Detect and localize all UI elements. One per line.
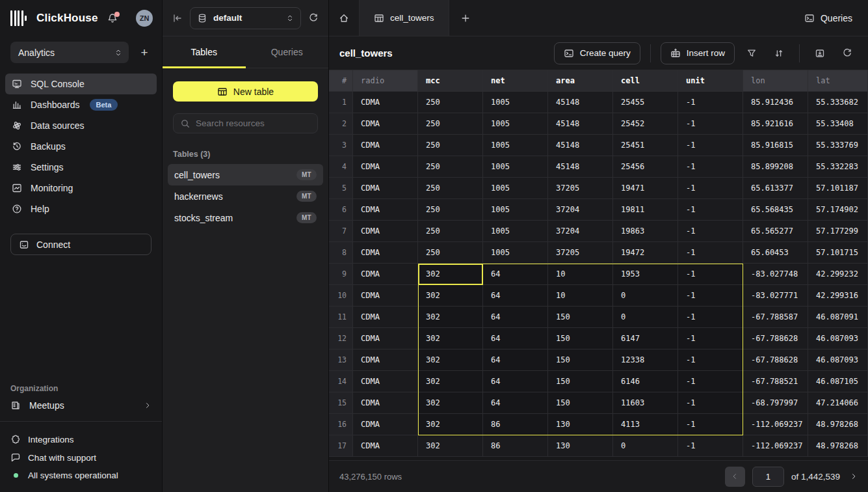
table-cell[interactable]: 64 — [483, 328, 548, 349]
table-cell[interactable]: 12338 — [613, 349, 678, 371]
insert-row-button[interactable]: Insert row — [661, 42, 735, 64]
sidebar-item-chat-with-support[interactable]: Chat with support — [0, 448, 162, 467]
table-cell[interactable]: 64 — [483, 307, 548, 328]
table-cell[interactable]: 0 — [613, 307, 678, 328]
table-cell[interactable]: 302 — [418, 285, 483, 307]
table-cell[interactable]: -1 — [678, 135, 743, 156]
column-header-radio[interactable]: radio — [353, 70, 418, 92]
table-cell[interactable]: 19811 — [613, 199, 678, 221]
table-cell[interactable]: 250 — [418, 242, 483, 264]
table-cell[interactable]: -1 — [678, 199, 743, 221]
table-cell[interactable]: 302 — [418, 414, 483, 435]
row-number[interactable]: 12 — [329, 328, 353, 349]
download-icon[interactable] — [809, 43, 830, 64]
table-cell[interactable]: 45148 — [548, 113, 613, 135]
table-cell[interactable]: CDMA — [353, 414, 418, 435]
table-cell[interactable]: 64 — [483, 371, 548, 392]
table-cell[interactable]: 65.613377 — [743, 178, 808, 199]
column-header-area[interactable]: area — [548, 70, 613, 92]
table-cell[interactable]: CDMA — [353, 199, 418, 221]
table-cell[interactable]: 250 — [418, 156, 483, 178]
row-number[interactable]: 13 — [329, 349, 353, 371]
column-header-net[interactable]: net — [483, 70, 548, 92]
page-number-input[interactable] — [752, 467, 784, 487]
row-number[interactable]: 10 — [329, 285, 353, 307]
table-cell[interactable]: 86 — [483, 435, 548, 457]
table-cell[interactable]: 46.087105 — [808, 371, 868, 392]
row-number[interactable]: 3 — [329, 135, 353, 156]
table-cell[interactable]: 250 — [418, 92, 483, 113]
table-cell[interactable]: 64 — [483, 285, 548, 307]
row-number[interactable]: 1 — [329, 92, 353, 113]
table-cell[interactable]: CDMA — [353, 156, 418, 178]
table-cell[interactable]: 150 — [548, 371, 613, 392]
tab-tables[interactable]: Tables — [163, 36, 246, 68]
table-cell[interactable]: CDMA — [353, 221, 418, 242]
table-cell[interactable]: -1 — [678, 371, 743, 392]
row-number[interactable]: 2 — [329, 113, 353, 135]
table-cell[interactable]: 150 — [548, 328, 613, 349]
table-cell[interactable]: 250 — [418, 199, 483, 221]
table-cell[interactable]: 1005 — [483, 178, 548, 199]
table-cell[interactable]: 11603 — [613, 392, 678, 414]
table-cell[interactable]: 65.568435 — [743, 199, 808, 221]
table-cell[interactable]: 65.565277 — [743, 221, 808, 242]
table-cell[interactable]: -1 — [678, 92, 743, 113]
table-cell[interactable]: -67.788628 — [743, 328, 808, 349]
table-cell[interactable]: 1005 — [483, 199, 548, 221]
table-cell[interactable]: 55.332283 — [808, 156, 868, 178]
table-cell[interactable]: -1 — [678, 156, 743, 178]
table-cell[interactable]: -83.027771 — [743, 285, 808, 307]
table-cell[interactable]: 37204 — [548, 221, 613, 242]
table-cell[interactable]: 19471 — [613, 178, 678, 199]
row-number[interactable]: 17 — [329, 435, 353, 457]
table-cell[interactable]: -1 — [678, 435, 743, 457]
row-number[interactable]: 5 — [329, 178, 353, 199]
table-cell[interactable]: 10 — [548, 285, 613, 307]
home-button[interactable] — [329, 0, 360, 36]
table-cell[interactable]: 302 — [418, 264, 483, 285]
table-cell[interactable]: 85.912436 — [743, 92, 808, 113]
table-cell[interactable]: 57.101715 — [808, 242, 868, 264]
table-cell[interactable]: CDMA — [353, 349, 418, 371]
table-cell[interactable]: -1 — [678, 392, 743, 414]
sidebar-item-settings[interactable]: Settings — [5, 157, 157, 178]
new-table-button[interactable]: New table — [173, 81, 318, 102]
table-cell[interactable]: 1005 — [483, 156, 548, 178]
table-cell[interactable]: CDMA — [353, 178, 418, 199]
table-cell[interactable]: -83.027748 — [743, 264, 808, 285]
sidebar-item-dashboards[interactable]: DashboardsBeta — [5, 94, 157, 115]
table-cell[interactable]: CDMA — [353, 392, 418, 414]
table-cell[interactable]: 85.899208 — [743, 156, 808, 178]
connect-button[interactable]: Connect — [10, 234, 151, 255]
table-cell[interactable]: CDMA — [353, 435, 418, 457]
table-cell[interactable]: 302 — [418, 435, 483, 457]
table-cell[interactable]: 85.921616 — [743, 113, 808, 135]
sidebar-item-data-sources[interactable]: Data sources — [5, 115, 157, 136]
table-cell[interactable]: -112.069237 — [743, 414, 808, 435]
table-cell[interactable]: 85.916815 — [743, 135, 808, 156]
table-cell[interactable]: 250 — [418, 135, 483, 156]
add-service-button[interactable]: + — [137, 46, 151, 60]
table-cell[interactable]: 150 — [548, 392, 613, 414]
column-header-lat[interactable]: lat — [808, 70, 868, 92]
column-header-unit[interactable]: unit — [678, 70, 743, 92]
table-cell[interactable]: 65.60453 — [743, 242, 808, 264]
tab-cell-towers[interactable]: cell_towers — [360, 0, 449, 36]
table-cell[interactable]: 250 — [418, 221, 483, 242]
table-cell[interactable]: -1 — [678, 307, 743, 328]
table-cell[interactable]: 0 — [613, 435, 678, 457]
table-cell[interactable]: 57.174902 — [808, 199, 868, 221]
table-cell[interactable]: CDMA — [353, 264, 418, 285]
table-cell[interactable]: 25452 — [613, 113, 678, 135]
table-cell[interactable]: 42.299316 — [808, 285, 868, 307]
table-cell[interactable]: 64 — [483, 349, 548, 371]
table-cell[interactable]: 1005 — [483, 242, 548, 264]
row-number[interactable]: 11 — [329, 307, 353, 328]
clickhouse-logo-icon[interactable] — [10, 10, 27, 26]
sidebar-item-sql-console[interactable]: SQL Console — [5, 74, 157, 94]
filter-icon[interactable] — [741, 43, 762, 64]
row-number[interactable]: 4 — [329, 156, 353, 178]
new-tab-button[interactable] — [449, 13, 482, 23]
table-cell[interactable]: CDMA — [353, 113, 418, 135]
